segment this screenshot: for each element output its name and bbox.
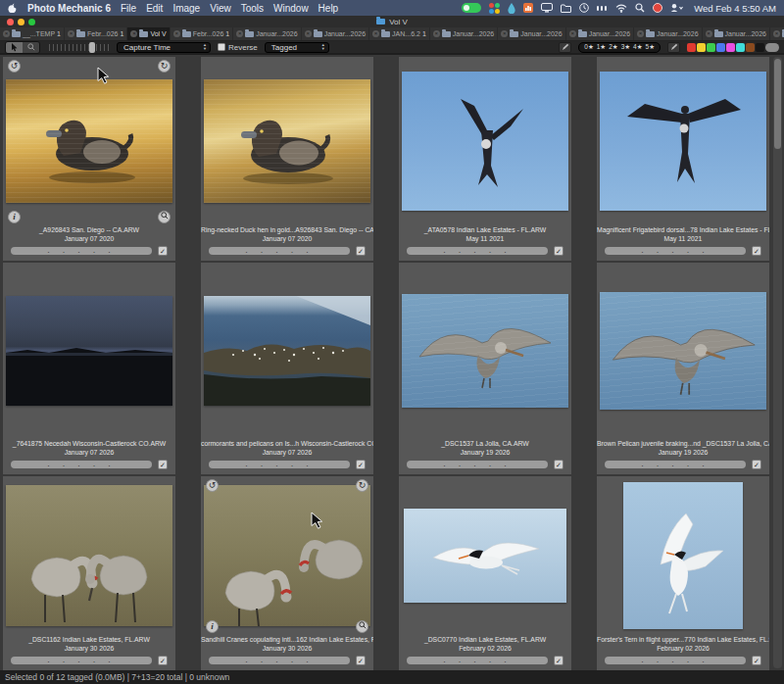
- folder-tab[interactable]: ×Januar...2026: [302, 27, 369, 40]
- apple-menu-icon[interactable]: [8, 2, 18, 14]
- color-class-blue[interactable]: [716, 43, 725, 52]
- rating-bar[interactable]: · · · · ·: [11, 657, 152, 664]
- rotate-cw-button[interactable]: ↻: [356, 479, 368, 492]
- folder-tab[interactable]: ×Januar...2026: [498, 27, 565, 40]
- close-tab-icon[interactable]: ×: [773, 30, 780, 37]
- close-tab-icon[interactable]: ×: [305, 30, 312, 37]
- folder-tab-active[interactable]: ×Vol V: [127, 27, 170, 40]
- close-tab-icon[interactable]: ×: [3, 30, 10, 37]
- tag-checkbox[interactable]: ✓: [554, 460, 564, 469]
- close-tab-icon[interactable]: ×: [68, 30, 74, 37]
- star-filter-0[interactable]: 0★: [584, 43, 593, 51]
- rating-bar[interactable]: · · · · ·: [407, 657, 548, 664]
- rotate-ccw-button[interactable]: ↺: [8, 60, 21, 73]
- photo-thumbnail-frigatebird-arw[interactable]: [402, 72, 568, 211]
- star-filter-5[interactable]: 5★: [646, 43, 655, 51]
- rating-bar[interactable]: · · · · ·: [407, 247, 548, 255]
- photo-thumbnail-pelican-arw[interactable]: [402, 294, 568, 408]
- clock-status-icon[interactable]: [579, 2, 589, 14]
- tag-checkbox[interactable]: ✓: [158, 656, 168, 665]
- photo-thumbnail-colony[interactable]: [204, 296, 370, 406]
- color-class-yellow[interactable]: [697, 43, 706, 52]
- close-tab-icon[interactable]: ×: [372, 30, 379, 37]
- info-button[interactable]: i: [8, 211, 21, 223]
- color-class-magenta[interactable]: [726, 43, 735, 52]
- photo-thumbnail-frigatebird-tif[interactable]: [600, 72, 766, 211]
- color-class-black[interactable]: [756, 43, 764, 52]
- folder-tab[interactable]: ×Januar...2026: [233, 27, 301, 40]
- folder-tab[interactable]: ×Febr...0261: [171, 27, 233, 40]
- loupe-tool-button[interactable]: [23, 42, 39, 53]
- tag-checkbox[interactable]: ✓: [356, 460, 366, 469]
- loupe-button[interactable]: [158, 211, 171, 223]
- app-menu-title[interactable]: Photo Mechanic 6: [27, 3, 111, 14]
- menu-view[interactable]: View: [210, 3, 231, 14]
- loupe-button[interactable]: [356, 620, 368, 633]
- checkbox-box[interactable]: [218, 43, 225, 51]
- menu-edit[interactable]: Edit: [146, 3, 163, 14]
- photo-cell-11[interactable]: _DSC0770 Indian Lake Estates, FL.ARW Feb…: [399, 476, 571, 670]
- battery-icon[interactable]: [462, 3, 481, 13]
- tag-checkbox[interactable]: ✓: [752, 460, 761, 469]
- color-class-red[interactable]: [687, 43, 696, 52]
- photo-thumbnail-pelican-tif[interactable]: [600, 292, 766, 410]
- menu-image[interactable]: Image: [172, 3, 200, 14]
- rating-applicator-icon[interactable]: [559, 42, 571, 53]
- vertical-scrollbar[interactable]: [773, 57, 782, 668]
- folder-tab[interactable]: ×__...TEMP1: [0, 27, 65, 40]
- rating-bar[interactable]: · · · · ·: [407, 461, 548, 468]
- photo-thumbnail-cranes-arw[interactable]: [6, 485, 172, 626]
- close-window-button[interactable]: [7, 19, 14, 25]
- minimize-window-button[interactable]: [18, 19, 24, 25]
- rotate-cw-button[interactable]: ↻: [158, 60, 171, 73]
- folder-tab[interactable]: ×Januar...2026: [634, 27, 702, 40]
- rating-bar[interactable]: · · · · ·: [11, 461, 152, 468]
- close-tab-icon[interactable]: ×: [130, 30, 137, 37]
- color-class-cyan[interactable]: [736, 43, 745, 52]
- star-filter-4[interactable]: 4★: [633, 43, 642, 51]
- tag-checkbox[interactable]: ✓: [356, 246, 366, 256]
- rating-bar[interactable]: · · · · ·: [209, 657, 350, 664]
- keyboard-brightness-icon[interactable]: [597, 2, 608, 14]
- folder-tab[interactable]: ×Januar...2026: [703, 27, 770, 40]
- photo-thumbnail-duck-arw[interactable]: [6, 79, 172, 203]
- search-icon[interactable]: [635, 2, 645, 14]
- rating-bar[interactable]: · · · · ·: [11, 247, 152, 255]
- photo-cell-7[interactable]: _DSC1537 La Jolla, CA.ARW January 19 202…: [399, 263, 571, 474]
- photo-cell-2[interactable]: Ring-necked Duck hen in gold...A926843 S…: [201, 57, 373, 261]
- star-filter-2[interactable]: 2★: [609, 43, 617, 51]
- menu-window[interactable]: Window: [273, 3, 309, 14]
- reverse-checkbox[interactable]: Reverse: [218, 43, 258, 52]
- close-tab-icon[interactable]: ×: [569, 30, 576, 37]
- folder-status-icon[interactable]: [561, 2, 571, 14]
- photo-thumbnail-duck-tif[interactable]: [204, 79, 370, 203]
- slider-handle[interactable]: [89, 42, 95, 53]
- color-palette-icon[interactable]: [489, 3, 500, 14]
- screentime-icon[interactable]: [523, 2, 533, 14]
- notification-badge-icon[interactable]: [653, 3, 662, 13]
- info-button[interactable]: i: [206, 620, 219, 633]
- tag-checkbox[interactable]: ✓: [554, 656, 564, 665]
- star-filter-1[interactable]: 1★: [597, 43, 606, 51]
- color-class-green[interactable]: [707, 43, 715, 52]
- photo-cell-4[interactable]: Magnificent Frigatebird dorsal...78 Indi…: [597, 57, 769, 261]
- tag-checkbox[interactable]: ✓: [752, 246, 761, 256]
- rating-bar[interactable]: · · · · ·: [209, 461, 350, 468]
- photo-cell-5[interactable]: _7641875 Necedah Wisconsin-Castlerock CO…: [3, 263, 175, 474]
- tag-checkbox[interactable]: ✓: [554, 246, 564, 256]
- menu-tools[interactable]: Tools: [241, 3, 264, 14]
- rating-bar[interactable]: · · · · ·: [605, 657, 746, 664]
- rating-bar[interactable]: · · · · ·: [209, 247, 350, 255]
- tag-checkbox[interactable]: ✓: [158, 246, 168, 256]
- close-tab-icon[interactable]: ×: [236, 30, 243, 37]
- zoom-window-button[interactable]: [28, 19, 35, 25]
- menu-file[interactable]: File: [121, 3, 136, 14]
- menu-clock[interactable]: Wed Feb 4 5:50 AM: [694, 3, 776, 14]
- photo-cell-3[interactable]: _ATA0578 Indian Lake Estates - FL.ARW Ma…: [399, 57, 571, 261]
- tag-checkbox[interactable]: ✓: [356, 656, 366, 665]
- color-class-brown[interactable]: [746, 43, 755, 52]
- color-applicator-icon[interactable]: [667, 42, 680, 53]
- rating-bar[interactable]: · · · · ·: [605, 461, 746, 468]
- folder-tab[interactable]: ×JAN...6.21: [369, 27, 430, 40]
- arrow-tool-button[interactable]: [6, 42, 23, 53]
